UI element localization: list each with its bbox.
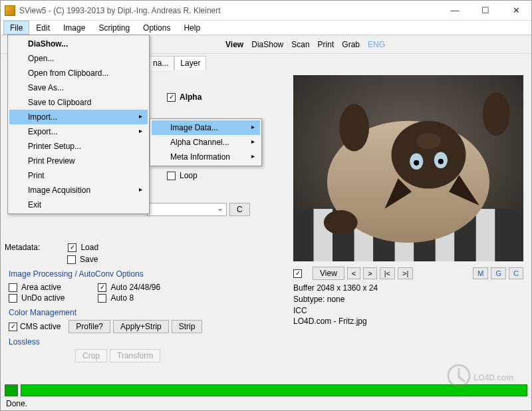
menu-scripting[interactable]: Scripting [92, 21, 136, 35]
alpha-checkbox[interactable] [167, 93, 176, 102]
nav-first-button[interactable]: |< [380, 267, 395, 279]
window-title: SView5 - (C) 1993-2013 by Dipl.-Ing. And… [19, 6, 440, 15]
minimize-button[interactable]: — [440, 1, 470, 21]
auto8-label: Auto 8 [110, 293, 134, 303]
status-text: Done. [1, 397, 531, 410]
menu-options[interactable]: Options [136, 21, 177, 35]
profile-button[interactable]: Profile? [68, 320, 110, 333]
menu-edit[interactable]: Edit [29, 21, 57, 35]
titlebar: SView5 - (C) 1993-2013 by Dipl.-Ing. And… [1, 1, 531, 21]
mi-diashow[interactable]: DiaShow... [9, 37, 148, 51]
svg-point-11 [414, 160, 419, 166]
alpha-label: Alpha [180, 92, 201, 102]
tab-na[interactable]: na... [147, 56, 174, 70]
progress-bar [21, 384, 527, 396]
m-button[interactable]: M [473, 267, 488, 279]
view-button[interactable]: View [313, 267, 344, 280]
group-imageprocessing: Image Processing / AutoConv Options [9, 269, 285, 279]
close-button[interactable]: ✕ [501, 1, 531, 21]
mi-printer-setup[interactable]: Printer Setup... [9, 139, 148, 154]
cms-active-checkbox[interactable] [9, 323, 17, 331]
svg-point-8 [392, 121, 466, 189]
mi-print[interactable]: Print [9, 168, 148, 183]
info-buffer: Buffer 2048 x 1360 x 24 [293, 283, 523, 294]
undo-active-label: UnDo active [21, 293, 65, 303]
menu-help[interactable]: Help [177, 21, 207, 35]
metadata-load-label: Load [80, 243, 98, 252]
info-icc: ICC [293, 305, 523, 317]
strip-button[interactable]: Strip [172, 320, 203, 333]
svg-point-15 [483, 92, 510, 136]
mi-open-clipboard[interactable]: Open from Clipboard... [9, 66, 148, 80]
svg-point-14 [339, 104, 369, 151]
nav-prev-button[interactable]: < [347, 267, 360, 279]
nav-last-button[interactable]: >| [398, 267, 413, 279]
app-icon [5, 5, 15, 16]
info-subtype: Subtype: none [293, 294, 523, 305]
mi-save-clipboard[interactable]: Save to Clipboard [9, 95, 148, 110]
svg-point-12 [438, 159, 444, 164]
mi-meta-information[interactable]: Meta Information [152, 150, 260, 164]
mi-import[interactable]: Import... [9, 110, 148, 124]
transform-button[interactable]: Transform [110, 349, 160, 362]
metadata-load-checkbox[interactable] [68, 243, 76, 252]
info-filename: LO4D.com - Fritz.jpg [293, 316, 523, 327]
metadata-label: Metadata: [5, 243, 40, 252]
info-checkbox[interactable] [293, 269, 302, 278]
crop-button[interactable]: Crop [75, 349, 107, 362]
metadata-save-checkbox[interactable] [67, 255, 76, 264]
menubar: File Edit Image Scripting Options Help [1, 21, 531, 35]
svg-point-16 [324, 210, 358, 235]
toolbar-scan[interactable]: Scan [291, 40, 309, 49]
mi-open[interactable]: Open... [9, 51, 148, 66]
image-preview [293, 75, 523, 261]
g-button[interactable]: G [491, 267, 506, 279]
area-active-checkbox[interactable] [9, 283, 17, 292]
group-colormanagement: Color Management [9, 308, 285, 317]
auto24-checkbox[interactable] [98, 283, 106, 292]
undo-active-checkbox[interactable] [9, 294, 17, 303]
applystrip-button[interactable]: Apply+Strip [113, 320, 169, 333]
svg-rect-6 [476, 209, 495, 261]
import-submenu: Image Data... Alpha Channel... Meta Info… [150, 118, 262, 166]
area-active-label: Area active [21, 283, 61, 292]
mi-image-acquisition[interactable]: Image Acquisition [9, 183, 148, 198]
menu-file[interactable]: File [3, 21, 29, 35]
auto8-checkbox[interactable] [98, 294, 106, 303]
toolbar-grab[interactable]: Grab [342, 40, 360, 49]
cms-active-label: CMS active [20, 322, 61, 331]
toolbar-print[interactable]: Print [318, 40, 334, 49]
loop-label: Loop [180, 171, 198, 180]
toolbar-view[interactable]: View [225, 40, 243, 49]
toolbar-eng[interactable]: ENG [368, 40, 385, 49]
mi-image-data[interactable]: Image Data... [152, 120, 260, 135]
mi-exit[interactable]: Exit [9, 198, 148, 212]
mi-save-as[interactable]: Save As... [9, 80, 148, 95]
menu-image[interactable]: Image [57, 21, 92, 35]
auto24-label: Auto 24/48/96 [110, 283, 160, 292]
toolbar-diashow[interactable]: DiaShow [251, 40, 283, 49]
nav-next-button[interactable]: > [363, 267, 376, 279]
maximize-button[interactable]: ☐ [470, 1, 501, 21]
mi-export[interactable]: Export... [9, 124, 148, 139]
mi-print-preview[interactable]: Print Preview [9, 154, 148, 168]
file-menu: DiaShow... Open... Open from Clipboard..… [7, 35, 150, 214]
c-button[interactable]: C [229, 203, 250, 216]
mi-alpha-channel[interactable]: Alpha Channel... [152, 135, 260, 150]
c2-button[interactable]: C [509, 267, 523, 279]
loop-checkbox[interactable] [167, 172, 176, 180]
combo-select[interactable] [147, 203, 227, 216]
metadata-save-label: Save [80, 255, 98, 264]
color-well[interactable] [5, 384, 18, 396]
svg-point-13 [416, 133, 441, 149]
tab-layer[interactable]: Layer [174, 56, 206, 70]
group-lossless: Lossless [9, 337, 285, 346]
